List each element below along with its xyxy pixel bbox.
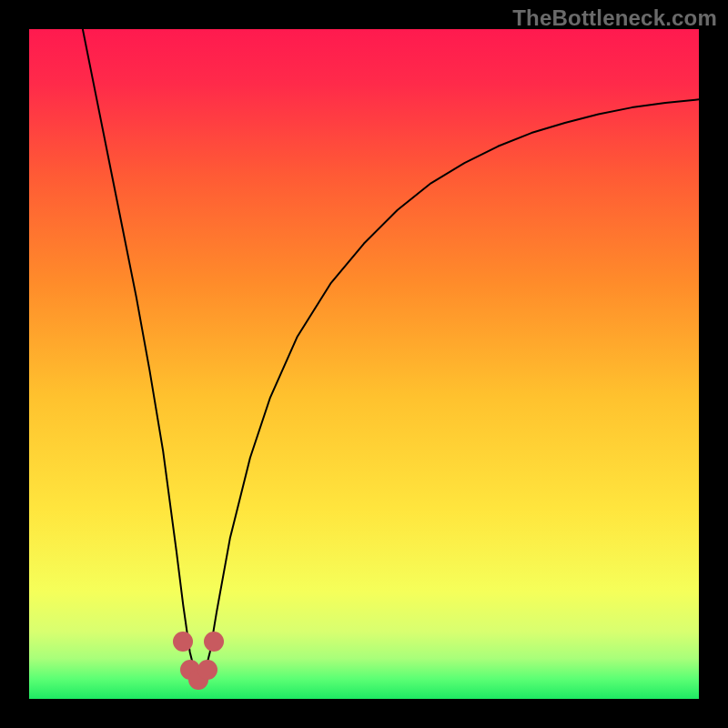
watermark-text: TheBottleneck.com xyxy=(512,5,717,31)
chart-frame: TheBottleneck.com xyxy=(0,0,728,728)
bottleneck-marker xyxy=(173,632,193,652)
bottleneck-marker xyxy=(197,660,217,680)
plot-area xyxy=(29,29,699,699)
bottleneck-marker xyxy=(204,632,224,652)
bottleneck-curve xyxy=(29,29,699,699)
